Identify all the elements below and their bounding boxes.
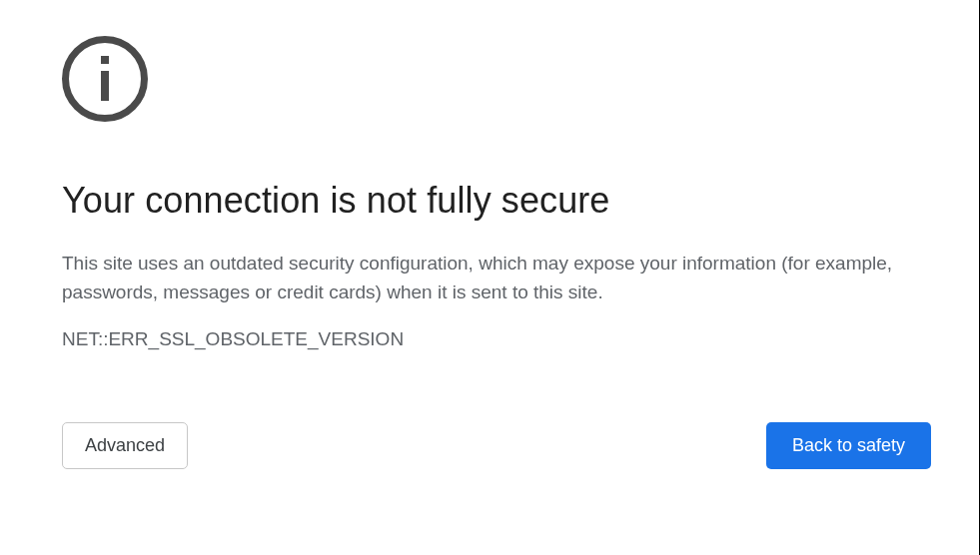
- page-heading: Your connection is not fully secure: [62, 180, 917, 222]
- advanced-button[interactable]: Advanced: [62, 422, 188, 469]
- button-row: Advanced Back to safety: [62, 422, 931, 469]
- info-letter-i: [101, 56, 109, 101]
- icon-wrapper: [62, 36, 917, 122]
- error-code: NET::ERR_SSL_OBSOLETE_VERSION: [62, 328, 917, 350]
- warning-description: This site uses an outdated security conf…: [62, 250, 917, 306]
- security-interstitial: Your connection is not fully secure This…: [0, 0, 979, 469]
- back-to-safety-button[interactable]: Back to safety: [766, 422, 931, 469]
- info-icon: [62, 36, 148, 122]
